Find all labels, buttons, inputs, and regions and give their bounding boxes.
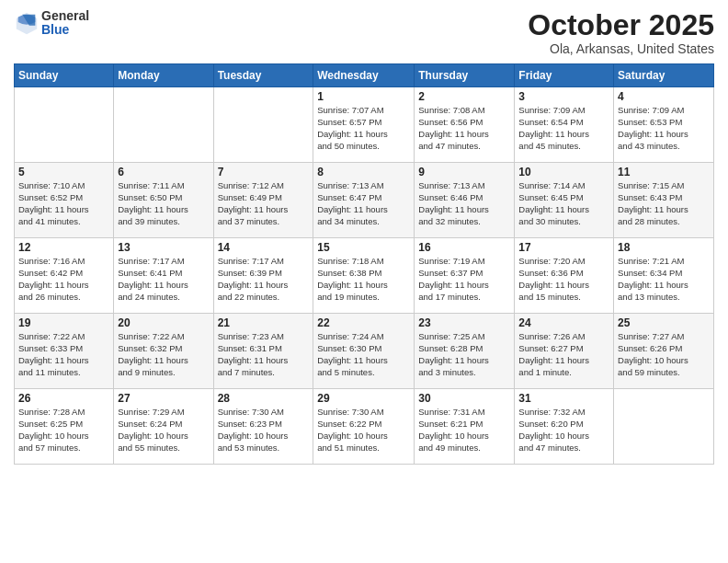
table-row: 22Sunrise: 7:24 AM Sunset: 6:30 PM Dayli… [313,314,415,389]
logo-icon [14,10,40,36]
day-number: 23 [418,316,510,329]
logo-blue-text: Blue [41,23,89,37]
table-row: 23Sunrise: 7:25 AM Sunset: 6:28 PM Dayli… [415,314,515,389]
day-number: 5 [18,166,109,178]
day-number: 3 [518,90,609,103]
table-row: 6Sunrise: 7:11 AM Sunset: 6:50 PM Daylig… [114,163,213,238]
table-row [614,389,714,465]
day-info: Sunrise: 7:25 AM Sunset: 6:28 PM Dayligh… [418,331,510,378]
day-number: 30 [418,392,510,405]
day-info: Sunrise: 7:17 AM Sunset: 6:41 PM Dayligh… [118,256,209,303]
calendar-week-2: 5Sunrise: 7:10 AM Sunset: 6:52 PM Daylig… [15,163,714,238]
location-subtitle: Ola, Arkansas, United States [528,41,714,56]
calendar-week-5: 26Sunrise: 7:28 AM Sunset: 6:25 PM Dayli… [15,389,714,465]
table-row: 3Sunrise: 7:09 AM Sunset: 6:54 PM Daylig… [515,87,614,163]
day-number: 4 [618,90,710,103]
day-number: 10 [518,166,609,178]
day-info: Sunrise: 7:10 AM Sunset: 6:52 PM Dayligh… [18,180,109,227]
day-info: Sunrise: 7:22 AM Sunset: 6:32 PM Dayligh… [118,331,209,378]
col-monday: Monday [114,64,213,87]
table-row: 5Sunrise: 7:10 AM Sunset: 6:52 PM Daylig… [15,163,114,238]
day-number: 16 [418,241,510,254]
day-number: 20 [118,316,209,329]
title-block: October 2025 Ola, Arkansas, United State… [528,9,714,56]
table-row: 8Sunrise: 7:13 AM Sunset: 6:47 PM Daylig… [313,163,415,238]
table-row: 27Sunrise: 7:29 AM Sunset: 6:24 PM Dayli… [114,389,213,465]
table-row: 30Sunrise: 7:31 AM Sunset: 6:21 PM Dayli… [415,389,515,465]
table-row: 2Sunrise: 7:08 AM Sunset: 6:56 PM Daylig… [415,87,515,163]
calendar-week-1: 1Sunrise: 7:07 AM Sunset: 6:57 PM Daylig… [15,87,714,163]
day-number: 14 [218,241,310,254]
table-row: 16Sunrise: 7:19 AM Sunset: 6:37 PM Dayli… [415,238,515,314]
table-row: 21Sunrise: 7:23 AM Sunset: 6:31 PM Dayli… [213,314,313,389]
day-info: Sunrise: 7:15 AM Sunset: 6:43 PM Dayligh… [618,180,710,227]
table-row: 29Sunrise: 7:30 AM Sunset: 6:22 PM Dayli… [313,389,415,465]
table-row: 4Sunrise: 7:09 AM Sunset: 6:53 PM Daylig… [614,87,714,163]
day-number: 13 [118,241,209,254]
table-row: 12Sunrise: 7:16 AM Sunset: 6:42 PM Dayli… [15,238,114,314]
table-row: 1Sunrise: 7:07 AM Sunset: 6:57 PM Daylig… [313,87,415,163]
logo: General Blue [14,9,89,38]
day-number: 31 [518,392,609,405]
day-number: 17 [518,241,609,254]
day-number: 1 [317,90,410,103]
table-row: 15Sunrise: 7:18 AM Sunset: 6:38 PM Dayli… [313,238,415,314]
page-header: General Blue October 2025 Ola, Arkansas,… [14,9,714,56]
day-info: Sunrise: 7:13 AM Sunset: 6:47 PM Dayligh… [317,180,410,227]
table-row: 17Sunrise: 7:20 AM Sunset: 6:36 PM Dayli… [515,238,614,314]
col-sunday: Sunday [15,64,114,87]
table-row: 31Sunrise: 7:32 AM Sunset: 6:20 PM Dayli… [515,389,614,465]
table-row: 18Sunrise: 7:21 AM Sunset: 6:34 PM Dayli… [614,238,714,314]
day-number: 15 [317,241,410,254]
day-number: 21 [218,316,310,329]
calendar-week-4: 19Sunrise: 7:22 AM Sunset: 6:33 PM Dayli… [15,314,714,389]
day-info: Sunrise: 7:22 AM Sunset: 6:33 PM Dayligh… [18,331,109,378]
day-info: Sunrise: 7:13 AM Sunset: 6:46 PM Dayligh… [418,180,510,227]
day-number: 12 [18,241,109,254]
logo-general-text: General [41,9,89,23]
table-row: 28Sunrise: 7:30 AM Sunset: 6:23 PM Dayli… [213,389,313,465]
table-row: 11Sunrise: 7:15 AM Sunset: 6:43 PM Dayli… [614,163,714,238]
day-number: 7 [218,166,310,178]
day-number: 6 [118,166,209,178]
day-info: Sunrise: 7:30 AM Sunset: 6:22 PM Dayligh… [317,407,410,454]
table-row: 26Sunrise: 7:28 AM Sunset: 6:25 PM Dayli… [15,389,114,465]
day-info: Sunrise: 7:31 AM Sunset: 6:21 PM Dayligh… [418,407,510,454]
day-info: Sunrise: 7:21 AM Sunset: 6:34 PM Dayligh… [618,256,710,303]
table-row [213,87,313,163]
col-wednesday: Wednesday [313,64,415,87]
day-number: 22 [317,316,410,329]
day-info: Sunrise: 7:29 AM Sunset: 6:24 PM Dayligh… [118,407,209,454]
table-row: 13Sunrise: 7:17 AM Sunset: 6:41 PM Dayli… [114,238,213,314]
day-info: Sunrise: 7:17 AM Sunset: 6:39 PM Dayligh… [218,256,310,303]
calendar-header-row: Sunday Monday Tuesday Wednesday Thursday… [15,64,714,87]
calendar-table: Sunday Monday Tuesday Wednesday Thursday… [14,63,714,465]
day-number: 25 [618,316,710,329]
logo-text: General Blue [41,9,89,38]
day-number: 19 [18,316,109,329]
day-info: Sunrise: 7:27 AM Sunset: 6:26 PM Dayligh… [618,331,710,378]
table-row: 24Sunrise: 7:26 AM Sunset: 6:27 PM Dayli… [515,314,614,389]
day-number: 11 [618,166,710,178]
table-row: 19Sunrise: 7:22 AM Sunset: 6:33 PM Dayli… [15,314,114,389]
day-info: Sunrise: 7:11 AM Sunset: 6:50 PM Dayligh… [118,180,209,227]
day-info: Sunrise: 7:24 AM Sunset: 6:30 PM Dayligh… [317,331,410,378]
day-number: 26 [18,392,109,405]
day-info: Sunrise: 7:12 AM Sunset: 6:49 PM Dayligh… [218,180,310,227]
day-info: Sunrise: 7:23 AM Sunset: 6:31 PM Dayligh… [218,331,310,378]
day-info: Sunrise: 7:14 AM Sunset: 6:45 PM Dayligh… [518,180,609,227]
col-friday: Friday [515,64,614,87]
col-thursday: Thursday [415,64,515,87]
day-info: Sunrise: 7:16 AM Sunset: 6:42 PM Dayligh… [18,256,109,303]
table-row: 7Sunrise: 7:12 AM Sunset: 6:49 PM Daylig… [213,163,313,238]
day-number: 29 [317,392,410,405]
col-tuesday: Tuesday [213,64,313,87]
day-number: 18 [618,241,710,254]
day-info: Sunrise: 7:08 AM Sunset: 6:56 PM Dayligh… [418,105,510,152]
day-info: Sunrise: 7:28 AM Sunset: 6:25 PM Dayligh… [18,407,109,454]
table-row: 9Sunrise: 7:13 AM Sunset: 6:46 PM Daylig… [415,163,515,238]
day-number: 9 [418,166,510,178]
day-info: Sunrise: 7:09 AM Sunset: 6:54 PM Dayligh… [518,105,609,152]
day-info: Sunrise: 7:09 AM Sunset: 6:53 PM Dayligh… [618,105,710,152]
month-title: October 2025 [528,9,714,41]
